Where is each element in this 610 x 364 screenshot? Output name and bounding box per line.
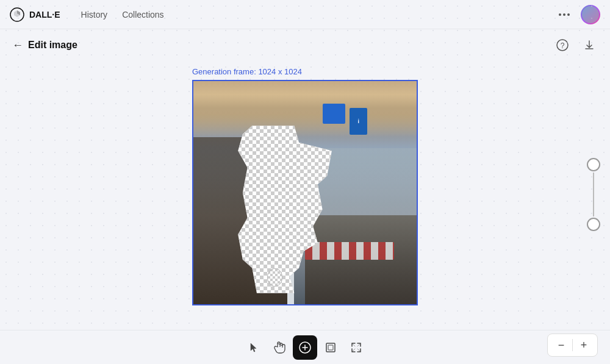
- nav-collections[interactable]: Collections: [116, 7, 170, 22]
- zoom-out-button[interactable]: −: [553, 337, 570, 354]
- main-canvas-area: Generation frame: 1024 x 1024 i: [0, 61, 610, 327]
- zoom-in-button[interactable]: +: [575, 337, 592, 354]
- canvas-container: Generation frame: 1024 x 1024 i: [192, 67, 418, 305]
- select-icon: [248, 341, 260, 354]
- info-sign: i: [350, 108, 367, 135]
- expand-icon: [350, 341, 362, 354]
- slider-track: [593, 173, 594, 216]
- expand-tool-button[interactable]: [344, 335, 368, 360]
- top-navigation: DALL·E History Collections: [0, 0, 610, 29]
- slider-top-handle[interactable]: [587, 158, 600, 171]
- dot3: [567, 13, 570, 16]
- slider-bottom-handle[interactable]: [587, 218, 600, 231]
- pan-tool-button[interactable]: [267, 335, 292, 360]
- crop-tool-button[interactable]: [318, 335, 343, 360]
- nav-right: [555, 5, 600, 24]
- nav-links: History Collections: [75, 7, 555, 22]
- zoom-controls: − +: [547, 334, 598, 357]
- download-icon: [583, 39, 595, 51]
- crop-icon: [325, 341, 337, 354]
- more-button[interactable]: [555, 11, 573, 18]
- edit-header-left: ← Edit image: [12, 39, 77, 52]
- dot2: [563, 13, 565, 16]
- dot1: [559, 13, 561, 16]
- svg-rect-4: [326, 343, 335, 352]
- nav-history[interactable]: History: [75, 7, 114, 22]
- station-photo: i: [193, 81, 417, 304]
- select-tool-button[interactable]: [242, 335, 266, 360]
- dalle-logo-icon: [10, 7, 24, 22]
- image-frame[interactable]: i: [192, 80, 418, 305]
- platform-barriers: [305, 242, 394, 260]
- help-icon: ?: [556, 39, 569, 51]
- erase-icon: [298, 341, 312, 354]
- brush-circle: [267, 268, 283, 286]
- pan-icon: [273, 341, 286, 354]
- svg-text:?: ?: [561, 41, 565, 50]
- download-button[interactable]: [581, 37, 598, 54]
- avatar[interactable]: [581, 5, 600, 24]
- generation-frame-label: Generation frame: 1024 x 1024: [192, 67, 418, 76]
- app-name: DALL·E: [29, 10, 60, 20]
- bottom-toolbar: − +: [0, 330, 610, 364]
- brush-size-slider[interactable]: [587, 158, 600, 231]
- erase-tool-button[interactable]: [293, 335, 317, 360]
- tool-group: [242, 335, 368, 360]
- svg-rect-5: [328, 345, 333, 350]
- page-title: Edit image: [28, 40, 77, 51]
- back-arrow-icon: ←: [12, 39, 23, 52]
- zoom-divider: [572, 339, 573, 351]
- edit-header: ← Edit image ?: [0, 29, 610, 61]
- edit-header-right: ?: [554, 37, 598, 54]
- app-logo[interactable]: DALL·E: [10, 7, 60, 22]
- tv-screen: [323, 104, 345, 124]
- back-button[interactable]: ←: [12, 39, 23, 52]
- help-button[interactable]: ?: [554, 37, 571, 54]
- avatar-image: [582, 6, 599, 23]
